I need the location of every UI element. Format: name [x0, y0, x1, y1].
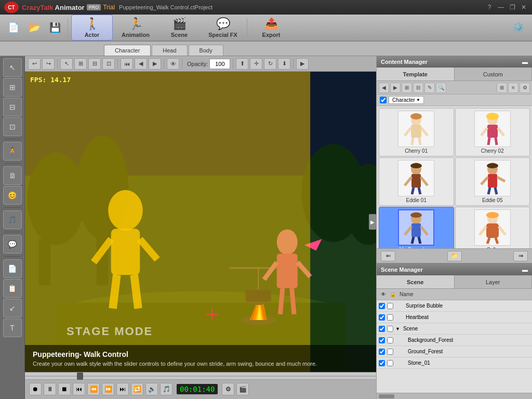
loop-btn[interactable]: 🔁: [131, 383, 143, 395]
layer-lock-5[interactable]: [387, 349, 393, 355]
transform-btn[interactable]: ⊞: [74, 58, 87, 70]
scroll-thumb[interactable]: [379, 394, 394, 398]
maximize-button[interactable]: ❐: [508, 4, 516, 11]
opacity-input[interactable]: [209, 59, 230, 69]
sidebar-tool-3[interactable]: ⊟: [3, 98, 22, 116]
cm-btn-1[interactable]: ◀: [379, 83, 389, 93]
timeline-scrub[interactable]: [25, 373, 376, 380]
sidebar-music-tool[interactable]: 🎵: [3, 210, 22, 229]
edit-btn-down[interactable]: ⬇: [278, 58, 290, 70]
cm-btn-7[interactable]: ⊞: [497, 83, 507, 93]
record2-btn[interactable]: 🎵: [160, 383, 172, 395]
sidebar-doc-tool[interactable]: 📄: [3, 259, 22, 278]
skip-start-btn[interactable]: ⏮: [121, 58, 133, 70]
record-button[interactable]: ⏺: [29, 383, 42, 395]
layer-surprise-bubble[interactable]: Surprise Bubble: [377, 300, 532, 312]
scene-button[interactable]: 🎬 Scene: [158, 15, 200, 40]
select-tool-btn[interactable]: ↖: [60, 58, 73, 70]
tab-template[interactable]: Template: [377, 68, 455, 81]
cm-btn-3[interactable]: ⊞: [402, 83, 412, 93]
char-card-cherry-01[interactable]: Cherry 01: [379, 108, 454, 156]
prev-frame-btn[interactable]: ◀: [135, 58, 147, 70]
cm-btn-2[interactable]: ▶: [390, 83, 401, 93]
layer-lock-3[interactable]: [387, 326, 393, 332]
stop-button[interactable]: ⏸: [44, 383, 56, 395]
fast-forward-btn[interactable]: ⏩: [102, 383, 114, 395]
edit-btn-3[interactable]: ⊟: [88, 58, 101, 70]
audio-btn[interactable]: 🔊: [145, 383, 158, 395]
render-btn[interactable]: 🎬: [236, 383, 249, 395]
char-card-eddie-05[interactable]: Eddie 05: [455, 157, 530, 206]
layer-eye-3[interactable]: [379, 326, 385, 332]
layer-lock-6[interactable]: [387, 360, 393, 366]
char-card-cherry-02[interactable]: Cherry 02: [455, 108, 530, 156]
special-fx-button[interactable]: 💬 Special FX: [202, 15, 244, 40]
tab-layer[interactable]: Layer: [455, 275, 533, 288]
scene-manager-collapse[interactable]: ▬: [522, 267, 528, 273]
help-button[interactable]: ?: [485, 4, 494, 11]
edit-btn-move[interactable]: ✛: [250, 58, 262, 70]
cm-action-1[interactable]: ⇐: [381, 251, 395, 261]
char-filter-checkbox[interactable]: [380, 97, 387, 103]
layer-lock-2[interactable]: [387, 314, 393, 321]
char-card-mr-rosenberg[interactable]: Mr. Rosenberg: [379, 207, 454, 248]
animation-button[interactable]: 🏃 Animation: [115, 15, 156, 40]
layer-scene-folder[interactable]: ▼ Scene: [377, 323, 532, 335]
sidebar-text-tool[interactable]: T: [3, 318, 22, 337]
layer-eye-4[interactable]: [379, 337, 385, 343]
cm-btn-5[interactable]: ✎: [424, 83, 435, 93]
tab-scene[interactable]: Scene: [377, 275, 455, 288]
rewind-btn[interactable]: ⏪: [87, 383, 100, 395]
sidebar-tool-2[interactable]: ⊞: [3, 78, 22, 97]
cm-action-2[interactable]: 📁: [447, 251, 462, 261]
minimize-button[interactable]: —: [497, 4, 505, 11]
redo-button[interactable]: ↪: [42, 58, 55, 70]
layer-lock-1[interactable]: [387, 303, 393, 309]
skip-end-btn[interactable]: ⏭: [116, 383, 129, 395]
layer-ground-forest[interactable]: Ground_Forest: [377, 346, 532, 357]
viewport-canvas[interactable]: FPS: 14.17 STAGE MODE Puppeteering- Walk…: [25, 72, 376, 372]
sidebar-face-tool[interactable]: 😊: [3, 186, 22, 205]
tab-body[interactable]: Body: [189, 45, 223, 56]
sidebar-chat-tool[interactable]: 💬: [3, 235, 22, 254]
new-button[interactable]: 📄: [4, 18, 23, 37]
layer-eye-6[interactable]: [379, 360, 385, 366]
actor-button[interactable]: 🚶 Actor: [71, 15, 113, 41]
content-manager-collapse[interactable]: ▬: [522, 59, 528, 65]
play-stop-btn[interactable]: ⏹: [58, 383, 71, 395]
char-filter-dropdown[interactable]: Character ▼: [389, 96, 424, 104]
skip-start-btn[interactable]: ⏮: [73, 383, 85, 395]
undo-button[interactable]: ↩: [28, 58, 41, 70]
layer-heartbeat[interactable]: Heartbeat: [377, 312, 532, 323]
tab-head[interactable]: Head: [152, 45, 187, 56]
export-button[interactable]: 📤 Export: [250, 15, 292, 40]
sidebar-tool-5[interactable]: 🗎: [3, 166, 22, 185]
save-button[interactable]: 💾: [46, 18, 64, 37]
close-button[interactable]: ✕: [520, 4, 528, 11]
edit-btn-7[interactable]: ▶: [149, 58, 161, 70]
layer-bg-forest[interactable]: Background_Forest: [377, 335, 532, 346]
edit-btn-rotate[interactable]: ↻: [264, 58, 276, 70]
edit-btn-more[interactable]: ▶: [296, 58, 309, 70]
cm-action-3[interactable]: ⇒: [513, 251, 528, 261]
scene-scrollbar[interactable]: [377, 393, 532, 399]
edit-btn-4[interactable]: ⊡: [102, 58, 115, 70]
layer-eye-1[interactable]: [379, 303, 385, 309]
sidebar-arrow-tool[interactable]: ↙: [3, 299, 22, 317]
layer-stone-01[interactable]: Stone_01: [377, 357, 532, 369]
scrub-handle[interactable]: [77, 373, 83, 380]
char-card-eddie-01[interactable]: Eddie 01: [379, 157, 454, 206]
sidebar-tool-4[interactable]: ⊡: [3, 117, 22, 136]
char-card-sally[interactable]: Sally: [455, 207, 530, 248]
sidebar-list-tool[interactable]: 📋: [3, 279, 22, 298]
settings-button[interactable]: ⚙️: [509, 18, 528, 37]
sidebar-person-tool[interactable]: 🧍: [3, 142, 22, 161]
tab-character[interactable]: Character: [104, 45, 151, 56]
eye-tool-btn[interactable]: 👁: [167, 58, 179, 70]
viewport-scroll-right[interactable]: ▶: [369, 214, 376, 230]
tab-custom[interactable]: Custom: [455, 68, 533, 81]
cm-btn-8[interactable]: ≡: [508, 83, 518, 93]
timecode-btn[interactable]: ⚙: [222, 383, 234, 395]
layer-lock-4[interactable]: [387, 337, 393, 343]
open-button[interactable]: 📂: [25, 18, 44, 37]
